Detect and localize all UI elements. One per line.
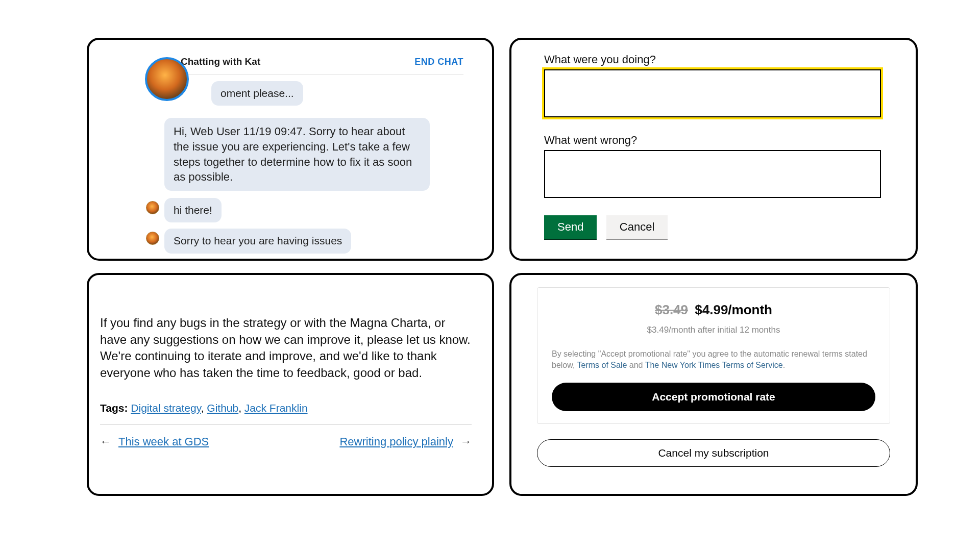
arrow-left-icon: ← — [100, 435, 111, 448]
cancel-subscription-button[interactable]: Cancel my subscription — [537, 439, 890, 467]
price-period: /month — [728, 302, 772, 317]
subscription-panel: $3.49 $4.99/month $3.49/month after init… — [509, 273, 918, 496]
blog-body-text: If you find any bugs in the strategy or … — [100, 315, 472, 382]
price-box: $3.49 $4.99/month $3.49/month after init… — [537, 287, 890, 424]
tag-link[interactable]: Jack Franklin — [244, 402, 308, 414]
q2-textarea[interactable] — [544, 150, 881, 198]
next-post-link[interactable]: Rewriting policy plainly — [339, 435, 453, 448]
agent-avatar-icon — [146, 232, 159, 245]
price-note: $3.49/month after initial 12 months — [552, 325, 875, 335]
tag-link[interactable]: Digital strategy — [131, 402, 201, 414]
send-button[interactable]: Send — [544, 215, 597, 239]
chat-bubble: Hi, Web User 11/19 09:47. Sorry to hear … — [164, 118, 430, 191]
cancel-button[interactable]: Cancel — [606, 215, 668, 239]
old-price: $3.49 — [655, 302, 688, 317]
legal-and: and — [627, 361, 645, 369]
chat-message: oment please... — [155, 81, 474, 106]
divider — [100, 424, 472, 425]
tag-link[interactable]: Github — [207, 402, 238, 414]
chat-bubble: Sorry to hear you are having issues — [164, 229, 351, 253]
chat-message: Hi, Web User 11/19 09:47. Sorry to hear … — [146, 118, 474, 191]
prev-post-link[interactable]: This week at GDS — [118, 435, 209, 448]
chat-panel: Chatting with Kat END CHAT oment please.… — [87, 38, 494, 261]
feedback-form-panel: What were you doing? What went wrong? Se… — [509, 38, 918, 261]
q2-label: What went wrong? — [544, 134, 883, 147]
end-chat-button[interactable]: END CHAT — [414, 57, 463, 67]
q1-textarea[interactable] — [544, 69, 881, 117]
terms-of-sale-link[interactable]: Terms of Sale — [577, 361, 627, 369]
chat-header: Chatting with Kat END CHAT — [181, 50, 463, 75]
q1-label: What were you doing? — [544, 53, 883, 66]
tags-row: Tags: Digital strategy, Github, Jack Fra… — [100, 402, 472, 414]
new-price: $4.99 — [695, 302, 728, 317]
chat-title: Chatting with Kat — [181, 56, 260, 67]
agent-avatar-icon — [146, 201, 159, 214]
nyt-tos-link[interactable]: The New York Times Terms of Service — [645, 361, 783, 369]
legal-text: By selecting "Accept promotional rate" y… — [552, 348, 875, 371]
chat-bubble: hi there! — [164, 198, 222, 222]
chat-bubble: oment please... — [211, 81, 303, 106]
legal-period: . — [783, 361, 785, 369]
tags-label: Tags: — [100, 402, 128, 414]
chat-message: hi there! — [146, 198, 474, 222]
chat-message: Sorry to hear you are having issues — [146, 229, 474, 253]
price-line: $3.49 $4.99/month — [552, 302, 875, 318]
blog-panel: If you find any bugs in the strategy or … — [87, 273, 494, 496]
accept-promo-button[interactable]: Accept promotional rate — [552, 383, 875, 411]
arrow-right-icon: → — [460, 435, 472, 448]
